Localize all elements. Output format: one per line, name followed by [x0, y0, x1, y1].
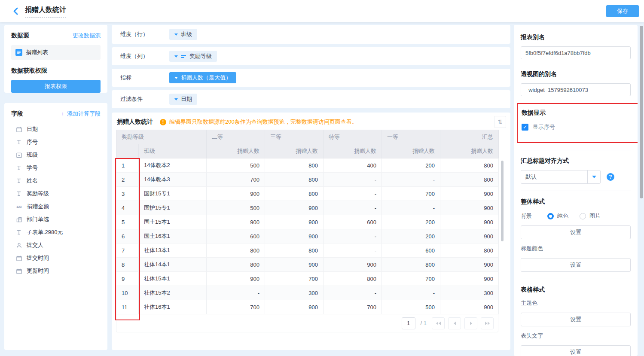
first-page-button[interactable]	[432, 317, 445, 329]
title-color-settings-button[interactable]: 设置	[521, 258, 631, 272]
field-item[interactable]: 姓名	[11, 174, 101, 187]
last-page-icon	[485, 322, 487, 325]
radio-solid-color-selected[interactable]	[547, 213, 554, 219]
config-tag-label: 捐赠人数（最大值）	[181, 74, 231, 82]
field-label: 捐赠金额	[27, 203, 49, 210]
field-item[interactable]: 序号	[11, 136, 101, 149]
summary-align-label: 汇总标题对齐方式	[521, 157, 631, 165]
pivot-corner-header: 奖励等级	[116, 130, 207, 144]
config-tag[interactable]: 日期	[169, 94, 197, 105]
field-item[interactable]: 123捐赠金额	[11, 200, 101, 213]
pivot-alias-label: 透视图的别名	[521, 70, 631, 78]
datasource-item[interactable]: 捐赠列表	[11, 45, 101, 60]
field-item[interactable]: 更新时间	[11, 265, 101, 277]
settings-panel: 报表别名 透视图的别名 数据显示 ✓ 显示序号 汇总标题对齐方式 默认 ? 整体…	[514, 25, 638, 356]
sort-arrows-icon: ⇅	[497, 119, 503, 125]
pivot-seq-header	[116, 144, 139, 158]
field-item[interactable]: 提交时间	[11, 252, 101, 265]
pivot-column-group-header: 汇总	[440, 130, 499, 144]
fields-title: 字段	[11, 110, 23, 118]
value-cell: 200	[382, 158, 440, 173]
sort-toggle-button[interactable]: ⇅	[494, 116, 506, 128]
table-scrollbar-thumb[interactable]	[501, 161, 504, 241]
permission-title: 数据获取权限	[11, 67, 101, 75]
config-row: 指标捐赠人数（最大值）	[112, 69, 510, 87]
image-label[interactable]: 图片	[589, 212, 601, 220]
value-cell: 900	[265, 229, 324, 243]
preview-warning: ! 编辑界面只取数据源前200条作为查询数据预览，完整数据请访问页面查看。	[160, 118, 357, 126]
datasource-item-label: 捐赠列表	[26, 49, 48, 56]
checkbox-checked-icon[interactable]: ✓	[522, 124, 528, 131]
help-icon[interactable]: ?	[607, 173, 614, 181]
value-cell: -	[324, 187, 382, 201]
config-tag[interactable]: 奖励等级	[169, 51, 217, 62]
config-tag[interactable]: 班级	[169, 29, 197, 40]
prev-page-icon	[454, 322, 456, 325]
field-label: 奖励等级	[27, 190, 49, 198]
background-settings-button[interactable]: 设置	[521, 225, 631, 239]
value-cell: 900	[207, 187, 265, 201]
text-field-icon	[15, 164, 22, 171]
value-cell: 700	[207, 300, 265, 314]
config-tag[interactable]: 捐赠人数（最大值）	[169, 72, 236, 83]
value-cell: 800	[265, 158, 324, 173]
config-row: 维度（列）奖励等级	[112, 47, 510, 65]
fields-list: 日期序号班级学号姓名奖励等级123捐赠金额部门单选子表单.2980元提交人提交时…	[11, 123, 101, 277]
pivot-column-group-header: 特等	[324, 130, 382, 144]
field-item[interactable]: 子表单.2980元	[11, 226, 101, 239]
show-seq-label: 显示序号	[533, 123, 555, 131]
theme-color-settings-button[interactable]: 设置	[521, 313, 631, 326]
text-field-icon	[15, 177, 22, 184]
data-display-highlight-box: 数据显示 ✓ 显示序号	[517, 103, 638, 143]
panel-scrollbar-thumb[interactable]	[640, 26, 643, 198]
select-field-icon	[15, 152, 22, 158]
pivot-column-group-header: 二等	[207, 130, 265, 144]
report-permission-button[interactable]: 报表权限	[11, 80, 101, 93]
field-item[interactable]: 提交人	[11, 239, 101, 252]
pivot-metric-header: 捐赠人数	[265, 144, 324, 158]
field-item[interactable]: 奖励等级	[11, 187, 101, 200]
sort-lines-icon	[181, 54, 186, 59]
save-button[interactable]: 保存	[606, 5, 639, 17]
next-page-icon	[470, 322, 472, 325]
dropdown-arrow-icon	[174, 55, 178, 58]
value-cell: 200	[382, 229, 440, 243]
calendar-icon	[15, 126, 22, 133]
report-alias-input[interactable]	[521, 46, 631, 59]
field-item[interactable]: 学号	[11, 161, 101, 174]
value-cell: -	[382, 173, 440, 187]
solid-color-label[interactable]: 纯色	[557, 212, 568, 220]
value-cell: 300	[265, 286, 324, 300]
prev-page-button[interactable]	[448, 317, 461, 329]
page-title[interactable]: 捐赠人数统计	[25, 6, 66, 18]
field-label: 提交人	[27, 241, 43, 249]
pivot-table: 奖励等级二等三等特等一等汇总班级捐赠人数捐赠人数捐赠人数捐赠人数捐赠人数 114…	[116, 130, 498, 314]
value-cell: 800	[440, 173, 499, 187]
value-cell: 800	[265, 187, 324, 201]
config-tag-label: 奖励等级	[189, 52, 212, 60]
page-input[interactable]	[402, 317, 415, 329]
pivot-alias-input[interactable]	[521, 83, 631, 96]
next-page-button[interactable]	[464, 317, 477, 329]
radio-image[interactable]	[580, 213, 586, 219]
title-color-label: 标题颜色	[521, 245, 631, 253]
add-calc-field-link[interactable]: ＋ 添加计算字段	[60, 110, 101, 118]
summary-align-select[interactable]: 默认	[521, 170, 601, 184]
class-cell: 14体教本3	[139, 173, 207, 187]
field-item[interactable]: 班级	[11, 149, 101, 161]
seq-cell: 2	[116, 173, 139, 187]
header-text-settings-button[interactable]: 设置	[521, 345, 631, 356]
text-field-icon	[15, 190, 22, 197]
theme-color-label: 主题色	[521, 299, 631, 307]
config-row-label: 维度（行）	[120, 30, 169, 38]
field-item[interactable]: 部门单选	[11, 213, 101, 226]
field-item[interactable]: 日期	[11, 123, 101, 136]
divider	[521, 191, 631, 191]
seq-cell: 7	[116, 243, 139, 258]
table-row: 8社体14本1800900900800900	[116, 258, 499, 272]
show-seq-checkbox-row[interactable]: ✓ 显示序号	[522, 123, 635, 131]
class-cell: 社体13本1	[139, 243, 207, 258]
change-datasource-link[interactable]: 更改数据源	[73, 32, 101, 40]
last-page-button[interactable]	[481, 317, 494, 329]
back-icon[interactable]	[11, 6, 21, 16]
